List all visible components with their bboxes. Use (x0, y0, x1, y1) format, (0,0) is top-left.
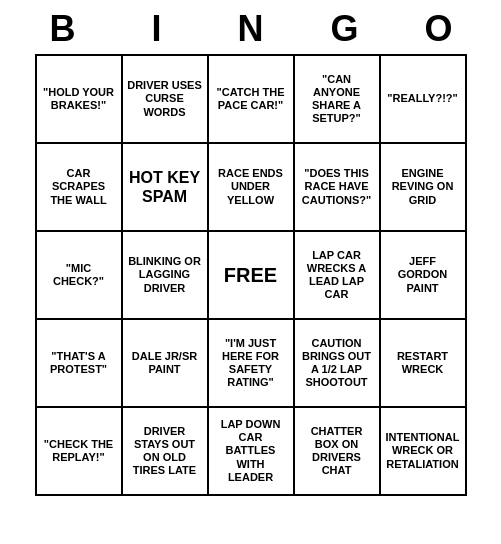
cell-r5c4[interactable]: CHATTER BOX ON DRIVERS CHAT (295, 408, 381, 496)
cell-r1c4[interactable]: "CAN ANYONE SHARE A SETUP?" (295, 56, 381, 144)
cell-r2c1[interactable]: CAR SCRAPES THE WALL (37, 144, 123, 232)
bingo-letter-G: G (302, 8, 388, 50)
cell-r4c5[interactable]: RESTART WRECK (381, 320, 467, 408)
cell-r5c3[interactable]: LAP DOWN CAR BATTLES WITH LEADER (209, 408, 295, 496)
cell-r3c1[interactable]: "MIC CHECK?" (37, 232, 123, 320)
cell-r3c5[interactable]: JEFF GORDON PAINT (381, 232, 467, 320)
cell-r5c2[interactable]: DRIVER STAYS OUT ON OLD TIRES LATE (123, 408, 209, 496)
cell-r3c3[interactable]: FREE (209, 232, 295, 320)
cell-r1c2[interactable]: DRIVER USES CURSE WORDS (123, 56, 209, 144)
cell-r1c1[interactable]: "HOLD YOUR BRAKES!" (37, 56, 123, 144)
cell-r2c3[interactable]: RACE ENDS UNDER YELLOW (209, 144, 295, 232)
cell-r5c1[interactable]: "CHECK THE REPLAY!" (37, 408, 123, 496)
cell-r4c4[interactable]: CAUTION BRINGS OUT A 1/2 LAP SHOOTOUT (295, 320, 381, 408)
bingo-letter-O: O (396, 8, 482, 50)
cell-r5c5[interactable]: INTENTIONAL WRECK OR RETALIATION (381, 408, 467, 496)
cell-r2c4[interactable]: "DOES THIS RACE HAVE CAUTIONS?" (295, 144, 381, 232)
cell-r2c2[interactable]: HOT KEY SPAM (123, 144, 209, 232)
cell-r1c5[interactable]: "REALLY?!?" (381, 56, 467, 144)
cell-r3c4[interactable]: LAP CAR WRECKS A LEAD LAP CAR (295, 232, 381, 320)
cell-r4c2[interactable]: DALE JR/SR PAINT (123, 320, 209, 408)
bingo-grid: "HOLD YOUR BRAKES!"DRIVER USES CURSE WOR… (35, 54, 467, 496)
cell-r4c1[interactable]: "THAT'S A PROTEST" (37, 320, 123, 408)
cell-r2c5[interactable]: ENGINE REVING ON GRID (381, 144, 467, 232)
cell-r1c3[interactable]: "CATCH THE PACE CAR!" (209, 56, 295, 144)
bingo-header: BINGO (16, 0, 486, 54)
bingo-letter-I: I (114, 8, 200, 50)
cell-r3c2[interactable]: BLINKING OR LAGGING DRIVER (123, 232, 209, 320)
cell-r4c3[interactable]: "I'M JUST HERE FOR SAFETY RATING" (209, 320, 295, 408)
bingo-letter-N: N (208, 8, 294, 50)
bingo-letter-B: B (20, 8, 106, 50)
